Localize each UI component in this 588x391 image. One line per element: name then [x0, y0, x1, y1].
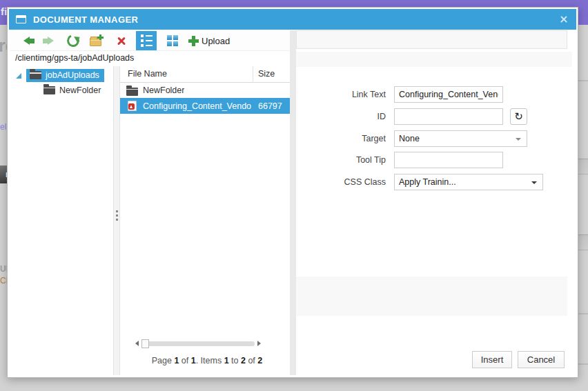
grid-header-row: File Name Size [120, 66, 294, 83]
scroll-right-icon[interactable] [257, 341, 261, 346]
scrollbar-thumb[interactable] [141, 339, 149, 348]
forward-arrow-icon [48, 37, 54, 45]
delete-button[interactable] [113, 32, 130, 49]
file-name-cell: Configuring_Content_Vendo [143, 101, 251, 111]
refresh-button[interactable] [65, 32, 81, 49]
grid-view-button[interactable] [162, 31, 183, 50]
scroll-left-icon[interactable] [135, 341, 139, 346]
background-row-line [577, 363, 588, 365]
id-label: ID [296, 112, 386, 121]
background-row-band [577, 234, 588, 250]
dialog-titlebar[interactable]: DOCUMENT MANAGER [9, 9, 576, 30]
folder-tree: jobAdUploads NewFolder [10, 66, 113, 375]
dialog-title: DOCUMENT MANAGER [33, 14, 138, 25]
folder-icon [43, 86, 55, 94]
tree-root-selected[interactable]: jobAdUploads [26, 69, 104, 82]
column-divider [253, 66, 253, 83]
table-row-selected[interactable]: Configuring_Content_Vendo 66797 [120, 98, 294, 114]
background-row-line [577, 80, 588, 81]
splitter-gripper-icon[interactable] [116, 210, 118, 221]
field-row-target: Target None [296, 130, 576, 147]
upload-plus-icon [188, 36, 199, 46]
refresh-icon [65, 32, 81, 48]
list-view-icon [141, 34, 153, 47]
tree-child-label: NewFolder [59, 86, 101, 95]
back-arrow-icon [23, 37, 30, 45]
file-browser-section: Upload /clientimg/gps-ta/jobAdUploads jo… [10, 30, 294, 375]
background-row-band [577, 159, 588, 174]
grid-view-icon [167, 35, 178, 46]
collapse-triangle-icon[interactable] [16, 73, 21, 79]
css-class-select[interactable]: Apply Trainin... [394, 174, 543, 190]
link-text-input[interactable] [394, 86, 503, 103]
folder-icon [125, 86, 139, 96]
tree-item-child[interactable]: NewFolder [43, 83, 113, 97]
breadcrumb-path: /clientimg/gps-ta/jobAdUploads [10, 51, 294, 66]
chevron-down-icon [531, 181, 537, 184]
target-label: Target [296, 134, 386, 143]
file-toolbar: Upload [10, 30, 294, 51]
target-select[interactable]: None [394, 130, 527, 147]
file-size-cell: 66797 [258, 101, 282, 111]
panel-lower-strip [296, 277, 567, 316]
field-row-css-class: CSS Class Apply Trainin... [296, 174, 576, 190]
id-input[interactable] [394, 108, 503, 125]
link-properties-panel: Link Text ID ↻ Target None Tool Tip [296, 30, 576, 375]
back-button[interactable] [18, 32, 35, 49]
tree-splitter[interactable] [113, 66, 120, 375]
explorer-area: jobAdUploads NewFolder File Name Size [10, 66, 294, 375]
close-icon[interactable] [558, 14, 569, 25]
forward-button[interactable] [42, 32, 59, 49]
file-name-cell: NewFolder [143, 86, 184, 95]
pdf-icon [125, 101, 139, 111]
link-text-label: Link Text [296, 90, 386, 99]
css-class-selected-value: Apply Trainin... [399, 177, 456, 187]
pager: Page 1 of 1. Items 1 to 2 of 2 [120, 356, 294, 365]
plus-icon [97, 34, 104, 41]
panel-divider[interactable] [290, 30, 296, 375]
column-header-file-name[interactable]: File Name [128, 69, 167, 79]
new-folder-button[interactable] [87, 32, 104, 49]
window-icon [16, 15, 26, 23]
cancel-button[interactable]: Cancel [518, 351, 565, 368]
tree-root-label: jobAdUploads [46, 70, 99, 80]
horizontal-scrollbar[interactable] [135, 339, 261, 348]
column-header-size[interactable]: Size [258, 69, 275, 79]
new-folder-icon [90, 38, 101, 46]
upload-label[interactable]: Upload [202, 36, 230, 46]
table-row[interactable]: NewFolder [120, 83, 294, 98]
upload-button[interactable] [185, 32, 202, 49]
chevron-down-icon [516, 138, 521, 141]
tool-tip-input[interactable] [394, 152, 503, 168]
background-table-edge [577, 25, 588, 391]
list-view-button[interactable] [136, 31, 157, 50]
panel-header-box [296, 30, 567, 49]
insert-button[interactable]: Insert [472, 351, 512, 368]
scrollbar-track[interactable] [141, 341, 255, 346]
panel-subheader-box [296, 52, 572, 67]
field-row-tool-tip: Tool Tip [296, 152, 576, 168]
tool-tip-label: Tool Tip [296, 155, 386, 165]
id-refresh-button[interactable]: ↻ [510, 108, 527, 125]
css-class-label: CSS Class [296, 177, 386, 187]
field-row-id: ID ↻ [296, 108, 576, 125]
document-manager-dialog: DOCUMENT MANAGER [7, 7, 578, 378]
file-grid: File Name Size NewFolder Configuring_Con… [120, 66, 294, 375]
field-row-link-text: Link Text [296, 86, 576, 103]
folder-icon [30, 71, 41, 79]
tree-item-root[interactable]: jobAdUploads [10, 68, 113, 83]
background-row-line [577, 313, 588, 314]
delete-x-icon [116, 35, 127, 46]
refresh-glyph-icon: ↻ [514, 110, 523, 123]
screen: fic re el: rn UI' CRI DOCUMENT MANAGER [0, 0, 588, 391]
target-selected-value: None [399, 134, 420, 143]
